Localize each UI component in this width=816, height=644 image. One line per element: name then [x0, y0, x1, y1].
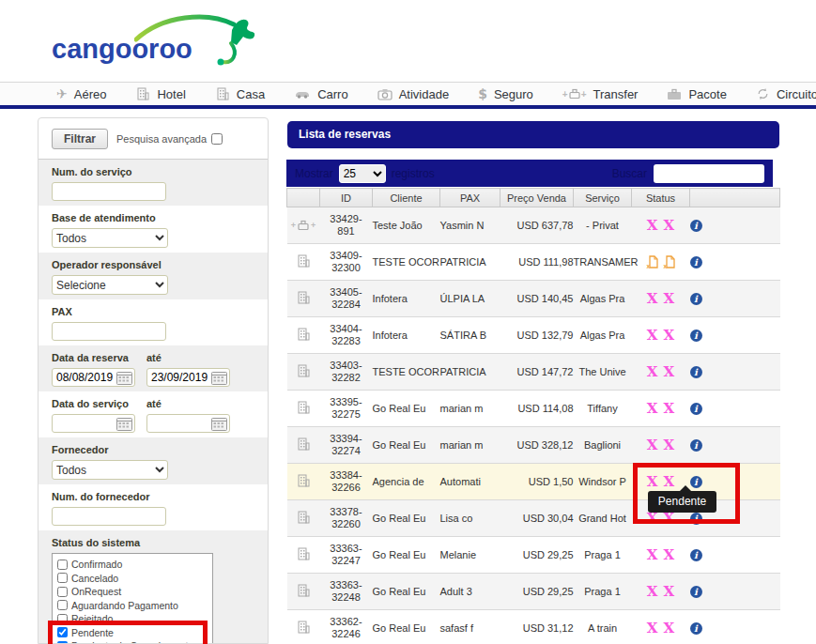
status-cell: XX: [632, 500, 690, 537]
status-doc-x-icon[interactable]: x: [663, 259, 676, 270]
status-doc-x-icon[interactable]: x: [646, 259, 659, 270]
nav-item-seguro[interactable]: $ Seguro: [478, 86, 533, 101]
pax-input[interactable]: [52, 322, 166, 341]
status-option[interactable]: OnRequest: [57, 585, 208, 599]
status-pending-x-icon[interactable]: X: [647, 217, 658, 234]
table-row: 33394-32274 Go Real Eu marian m USD 328,…: [287, 427, 780, 464]
status-checkbox[interactable]: [57, 573, 68, 583]
info-icon[interactable]: i: [690, 330, 702, 342]
status-checkbox[interactable]: [57, 600, 68, 610]
table-row: 33378-32260 Go Real Eu Lisa co USD 30,04…: [287, 500, 780, 537]
table-header-row: ID Cliente PAX Preço Venda Serviço Statu…: [287, 189, 780, 207]
advanced-search-checkbox[interactable]: [211, 133, 223, 145]
status-pending-x-icon[interactable]: X: [647, 363, 658, 380]
status-option[interactable]: Pendente de Cancelamento: [57, 639, 208, 644]
status-pending-x-icon[interactable]: X: [664, 546, 675, 563]
status-pending-x-icon[interactable]: X: [647, 546, 658, 563]
supplier-number-input[interactable]: [52, 507, 166, 526]
status-pending-x-icon[interactable]: X: [647, 473, 658, 490]
status-checkbox[interactable]: [57, 614, 68, 624]
info-icon[interactable]: i: [690, 549, 702, 561]
status-option[interactable]: Cancelado: [57, 572, 208, 586]
service-cell: - Privat: [574, 207, 632, 244]
info-icon[interactable]: i: [690, 220, 702, 232]
col-price[interactable]: Preço Venda: [500, 189, 574, 207]
nav-item-atividade[interactable]: Atividade: [377, 87, 449, 101]
info-icon[interactable]: i: [690, 622, 702, 635]
info-icon[interactable]: i: [690, 476, 702, 488]
status-checkbox[interactable]: [57, 587, 68, 597]
hotel-icon: [135, 86, 150, 101]
status-option[interactable]: Aguardando Pagamento: [57, 599, 208, 613]
status-pending-x-icon[interactable]: X: [647, 400, 658, 417]
service-number-label: Num. do serviço: [52, 166, 254, 177]
nav-item-transfer[interactable]: ++ Transfer: [562, 87, 639, 101]
status-pending-x-icon[interactable]: X: [664, 620, 675, 636]
info-icon[interactable]: i: [690, 366, 702, 378]
col-actions[interactable]: [690, 189, 780, 207]
nav-item-circuito[interactable]: Circuito: [756, 87, 816, 101]
col-id[interactable]: ID: [320, 189, 373, 207]
records-label: registros: [392, 167, 435, 180]
nav-item-aéreo[interactable]: ✈ Aéreo: [56, 86, 106, 101]
col-client[interactable]: Cliente: [373, 189, 440, 207]
info-icon[interactable]: i: [690, 439, 702, 452]
status-pending-x-icon[interactable]: X: [664, 217, 675, 234]
status-pending-x-icon[interactable]: X: [664, 327, 675, 344]
table-row: 33363-32247 Go Real Eu Melanie USD 29,25…: [287, 537, 780, 574]
col-icon[interactable]: [287, 189, 320, 207]
table-row: 33403-32282 TESTE OCOR PATRICIA USD 147,…: [287, 354, 780, 391]
status-cell: XX: [632, 574, 690, 610]
service-cell: Tiffany: [574, 391, 632, 427]
service-cell: TRANSAMER: [574, 244, 632, 281]
reservation-date-to-input[interactable]: [146, 368, 230, 387]
info-icon[interactable]: i: [690, 256, 702, 268]
search-input[interactable]: [654, 164, 764, 183]
status-pending-x-icon[interactable]: X: [664, 510, 675, 527]
col-service[interactable]: Serviço: [574, 189, 632, 207]
hotel-icon: [296, 400, 311, 415]
status-pending-x-icon[interactable]: X: [664, 290, 675, 307]
reservation-date-from-input[interactable]: [52, 368, 135, 387]
service-base-section: Base de atendimento Todos: [38, 206, 268, 253]
status-pending-x-icon[interactable]: X: [664, 363, 675, 380]
status-pending-x-icon[interactable]: X: [647, 620, 658, 636]
filter-button[interactable]: Filtrar: [52, 129, 108, 149]
status-pending-x-icon[interactable]: X: [647, 583, 658, 600]
status-pending-x-icon[interactable]: X: [664, 583, 675, 600]
service-base-select[interactable]: Todos: [52, 228, 168, 248]
status-pending-x-icon[interactable]: X: [647, 510, 658, 527]
service-number-input[interactable]: [52, 182, 166, 201]
info-icon[interactable]: i: [690, 403, 702, 415]
status-checkbox[interactable]: [57, 560, 68, 570]
show-label: Mostrar: [295, 167, 333, 180]
col-status[interactable]: Status: [632, 189, 690, 207]
service-date-from-input[interactable]: [52, 414, 135, 433]
info-icon[interactable]: i: [690, 513, 702, 525]
nav-item-pacote[interactable]: Pacote: [667, 87, 726, 101]
status-option[interactable]: Rejeitado: [57, 612, 208, 626]
info-icon[interactable]: i: [690, 586, 702, 598]
price-cell: USD 132,79: [500, 317, 574, 354]
status-option[interactable]: Pendente: [57, 626, 208, 640]
page-size-select[interactable]: 25: [339, 164, 386, 183]
nav-item-casa[interactable]: Casa: [215, 86, 265, 101]
status-pending-x-icon[interactable]: X: [664, 473, 675, 490]
supplier-select[interactable]: Todos: [52, 460, 168, 480]
operator-select[interactable]: Selecione: [52, 275, 168, 295]
nav-item-carro[interactable]: Carro: [294, 87, 348, 101]
status-checkbox[interactable]: [57, 627, 68, 637]
status-pending-x-icon[interactable]: X: [664, 400, 675, 417]
status-cell: XX: [632, 317, 690, 354]
nav-item-hotel[interactable]: Hotel: [135, 86, 185, 101]
price-cell: USD 31,12: [500, 610, 574, 644]
status-pending-x-icon[interactable]: X: [647, 437, 658, 453]
status-option[interactable]: Confirmado: [57, 558, 208, 572]
status-pending-x-icon[interactable]: X: [664, 437, 675, 453]
info-icon[interactable]: i: [690, 293, 702, 305]
col-pax[interactable]: PAX: [440, 189, 500, 207]
status-pending-x-icon[interactable]: X: [647, 290, 658, 307]
service-date-to-input[interactable]: [146, 414, 230, 433]
status-pending-x-icon[interactable]: X: [647, 327, 658, 344]
pax-cell: safasf f: [440, 610, 500, 644]
